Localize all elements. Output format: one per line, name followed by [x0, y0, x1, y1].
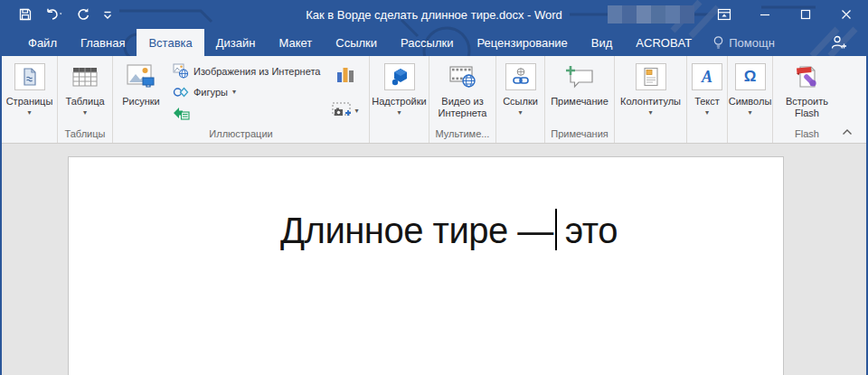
document-paragraph: Длинное тире —это — [280, 208, 618, 253]
embed-flash-label: Встроить Flash — [774, 96, 840, 119]
screenshot-button[interactable]: ▾ — [330, 100, 360, 121]
text-icon: A — [692, 63, 722, 90]
group-label-tables: Таблицы — [58, 127, 112, 143]
screenshot-dropdown-arrow: ▾ — [354, 108, 358, 115]
comments-button[interactable] — [862, 29, 868, 56]
pages-button[interactable]: Страницы ▾ — [2, 59, 57, 117]
tab-design[interactable]: Дизайн — [204, 29, 268, 56]
screenshot-icon — [332, 102, 353, 119]
chart-icon — [335, 64, 355, 84]
group-label-comments: Примечания — [545, 127, 614, 143]
tab-mailings[interactable]: Рассылки — [389, 29, 465, 56]
undo-button[interactable] — [42, 4, 66, 25]
tab-insert[interactable]: Вставка — [137, 29, 203, 56]
online-video-button[interactable]: Видео из Интернета — [429, 59, 495, 119]
shapes-icon — [173, 85, 189, 99]
text-button[interactable]: A Текст ▾ — [687, 59, 727, 117]
table-button[interactable]: Таблица ▾ — [58, 59, 112, 117]
document-workspace: Длинное тире —это — [2, 144, 866, 375]
helper-label: Помощн — [729, 36, 775, 50]
ribbon-display-options-icon — [717, 8, 731, 21]
text-dropdown-arrow: ▾ — [705, 109, 709, 117]
ribbon-group-flash: Встроить Flash Flash — [773, 56, 841, 143]
group-label-pages — [2, 127, 57, 143]
text-label: Текст — [694, 96, 720, 108]
ribbon-group-symbols: Ω Символы ▾ — [728, 56, 773, 143]
addins-label: Надстройки — [372, 96, 426, 108]
text-cursor — [555, 209, 557, 250]
links-button[interactable]: Ссылки ▾ — [496, 59, 544, 117]
ribbon-group-illustrations: Рисунки Изображения из Интернета — [113, 56, 370, 143]
word-window: Как в Ворде сделать длинное тире.docx - … — [0, 0, 868, 375]
window-header: Как в Ворде сделать длинное тире.docx - … — [2, 0, 866, 56]
chart-button[interactable] — [334, 62, 357, 86]
redo-button[interactable] — [74, 4, 92, 25]
smartart-button[interactable] — [170, 103, 323, 122]
tab-view[interactable]: Вид — [580, 29, 625, 56]
pictures-button[interactable]: Рисунки — [116, 59, 166, 108]
tab-layout[interactable]: Макет — [267, 29, 324, 56]
blurred-account-region — [608, 5, 694, 23]
collapse-ribbon-button[interactable] — [837, 125, 857, 139]
embed-flash-button[interactable]: Встроить Flash — [773, 59, 841, 119]
addins-dropdown-arrow: ▾ — [397, 109, 401, 117]
ribbon-group-pages: Страницы ▾ — [2, 56, 58, 143]
tab-home[interactable]: Главная — [69, 29, 137, 56]
header-footer-label: Колонтитулы — [620, 96, 681, 108]
tell-me-helper[interactable]: Помощн — [703, 29, 784, 56]
close-button[interactable] — [826, 0, 866, 29]
pictures-label: Рисунки — [122, 96, 160, 108]
maximize-button[interactable] — [785, 0, 826, 29]
tab-references[interactable]: Ссылки — [324, 29, 389, 56]
redo-icon — [76, 7, 90, 22]
share-person-icon — [830, 34, 848, 51]
group-label-text — [687, 127, 727, 143]
share-button[interactable] — [820, 29, 858, 56]
header-footer-button[interactable]: Колонтитулы ▾ — [615, 59, 686, 117]
window-controls — [703, 0, 866, 29]
group-label-symbols — [728, 127, 772, 143]
header-footer-dropdown-arrow: ▾ — [648, 109, 652, 117]
pages-dropdown-arrow: ▾ — [27, 109, 31, 117]
group-label-addins — [370, 127, 429, 143]
links-label: Ссылки — [503, 96, 538, 108]
table-label: Таблица — [65, 96, 104, 108]
online-pictures-label: Изображения из Интернета — [193, 66, 320, 77]
symbols-button[interactable]: Ω Символы ▾ — [728, 59, 773, 117]
shapes-dropdown-arrow: ▾ — [232, 89, 236, 96]
online-pictures-icon — [173, 63, 189, 79]
group-label-links — [496, 127, 544, 143]
table-dropdown-arrow: ▾ — [83, 109, 87, 117]
comment-button[interactable]: Примечание — [545, 59, 614, 108]
illustrations-small-buttons: Изображения из Интернета Фигуры ▾ — [170, 59, 323, 122]
minimize-button[interactable] — [744, 0, 785, 29]
shapes-button[interactable]: Фигуры ▾ — [170, 82, 323, 101]
ribbon-display-options-button[interactable] — [703, 0, 744, 29]
embed-flash-icon — [794, 61, 821, 93]
illustrations-mini-buttons: ▾ — [330, 59, 360, 121]
smartart-icon — [173, 106, 190, 120]
comment-label: Примечание — [551, 96, 609, 108]
ribbon-tab-bar: Файл Главная Вставка Дизайн Макет Ссылки… — [2, 29, 866, 56]
ribbon-group-addins: Надстройки ▾ — [370, 56, 429, 143]
header-footer-icon — [636, 63, 666, 90]
close-icon — [841, 9, 852, 20]
group-label-flash: Flash — [773, 127, 841, 143]
customize-quick-access-button[interactable] — [100, 4, 115, 25]
symbols-icon: Ω — [735, 63, 766, 90]
minimize-icon — [760, 9, 770, 20]
text-after-caret: это — [565, 211, 618, 250]
titlebar: Как в Ворде сделать длинное тире.docx - … — [2, 0, 866, 29]
ribbon-group-tables: Таблица ▾ Таблицы — [58, 56, 113, 143]
online-pictures-button[interactable]: Изображения из Интернета — [170, 61, 323, 80]
save-button[interactable] — [16, 4, 34, 25]
group-label-header-footer — [615, 127, 686, 143]
ribbon-group-links: Ссылки ▾ — [496, 56, 545, 143]
collapse-ribbon-icon — [842, 128, 853, 136]
ribbon-group-text: A Текст ▾ — [687, 56, 728, 143]
tab-review[interactable]: Рецензирование — [465, 29, 579, 56]
tab-file[interactable]: Файл — [16, 29, 69, 56]
tab-acrobat[interactable]: ACROBAT — [624, 29, 703, 56]
addins-button[interactable]: Надстройки ▾ — [370, 59, 429, 117]
document-page[interactable]: Длинное тире —это — [68, 156, 784, 375]
